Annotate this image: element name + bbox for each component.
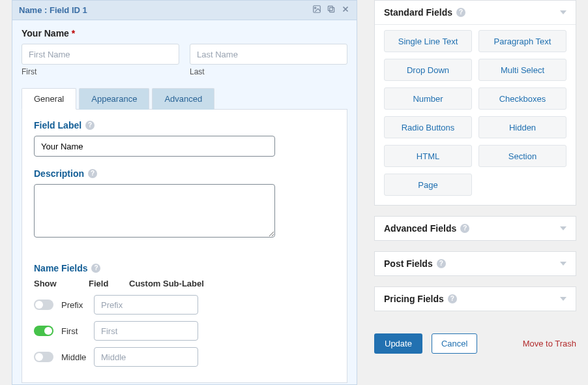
preview-label: Your Name * bbox=[22, 28, 347, 38]
field-block: Name : Field ID 1 Your Name * bbox=[12, 0, 357, 385]
field-label-title: Field Label ? bbox=[34, 120, 335, 131]
subfield-row: Prefix bbox=[34, 295, 335, 315]
sublabel-input[interactable] bbox=[94, 295, 198, 315]
tab-general[interactable]: General bbox=[22, 88, 76, 110]
chevron-down-icon[interactable] bbox=[560, 10, 566, 14]
help-icon[interactable]: ? bbox=[91, 264, 100, 273]
subfield-row: Middle bbox=[34, 347, 335, 367]
field-type-button[interactable]: Hidden bbox=[478, 116, 566, 138]
panel-title: Post Fields bbox=[384, 258, 433, 269]
last-sublabel: Last bbox=[190, 67, 347, 76]
help-icon[interactable]: ? bbox=[460, 224, 469, 233]
field-type-button[interactable]: Checkboxes bbox=[478, 87, 566, 110]
panel-head-post[interactable]: Post Fields ? bbox=[375, 252, 576, 275]
panel-title: Standard Fields bbox=[384, 7, 452, 18]
panel-pricing-fields: Pricing Fields ? bbox=[374, 286, 576, 311]
field-type-button[interactable]: Drop Down bbox=[384, 59, 472, 81]
field-label-input[interactable] bbox=[34, 136, 275, 157]
subfield-name: First bbox=[61, 326, 94, 336]
panel-head-pricing[interactable]: Pricing Fields ? bbox=[375, 287, 576, 311]
help-icon[interactable]: ? bbox=[437, 259, 446, 268]
svg-rect-2 bbox=[330, 8, 334, 12]
panel-post-fields: Post Fields ? bbox=[374, 251, 576, 276]
subfield-name: Middle bbox=[61, 352, 94, 362]
subfield-name: Prefix bbox=[61, 300, 94, 310]
svg-rect-3 bbox=[328, 6, 332, 10]
update-button[interactable]: Update bbox=[374, 333, 422, 354]
last-name-input[interactable] bbox=[190, 44, 347, 65]
preview-label-text: Your Name bbox=[22, 28, 69, 38]
field-type-button[interactable]: Radio Buttons bbox=[384, 116, 472, 138]
help-icon[interactable]: ? bbox=[456, 8, 465, 17]
field-type-button[interactable]: Paragraph Text bbox=[478, 30, 566, 52]
help-icon[interactable]: ? bbox=[448, 294, 457, 303]
subfields-header: Show Field Custom Sub-Label bbox=[34, 279, 335, 288]
subfield-row: First bbox=[34, 321, 335, 341]
tab-appearance[interactable]: Appearance bbox=[79, 88, 149, 110]
chevron-down-icon[interactable] bbox=[560, 262, 566, 266]
field-type-button[interactable]: Page bbox=[384, 174, 472, 196]
panel-advanced-fields: Advanced Fields ? bbox=[374, 216, 576, 241]
panel-head-advanced[interactable]: Advanced Fields ? bbox=[375, 217, 576, 240]
help-icon[interactable]: ? bbox=[85, 121, 95, 130]
show-toggle[interactable] bbox=[34, 326, 53, 336]
first-name-input[interactable] bbox=[22, 44, 179, 65]
cancel-button[interactable]: Cancel bbox=[432, 333, 477, 354]
field-header-title: Name : Field ID 1 bbox=[19, 5, 87, 15]
required-star: * bbox=[72, 28, 75, 38]
tab-advanced[interactable]: Advanced bbox=[152, 88, 214, 110]
sublabel-input[interactable] bbox=[94, 347, 198, 367]
field-type-button[interactable]: Number bbox=[384, 87, 472, 110]
show-toggle[interactable] bbox=[34, 352, 53, 362]
first-sublabel: First bbox=[22, 67, 179, 76]
field-type-button[interactable]: Multi Select bbox=[478, 59, 566, 81]
field-header: Name : Field ID 1 bbox=[12, 1, 357, 20]
svg-point-1 bbox=[315, 7, 316, 8]
image-icon[interactable] bbox=[312, 5, 321, 16]
svg-rect-0 bbox=[314, 6, 321, 13]
chevron-down-icon[interactable] bbox=[560, 226, 566, 230]
tab-panel-general: Field Label ? Description ? Name Fields … bbox=[22, 109, 347, 383]
show-toggle[interactable] bbox=[34, 300, 53, 310]
sublabel-input[interactable] bbox=[94, 321, 198, 341]
move-to-trash-link[interactable]: Move to Trash bbox=[523, 339, 576, 348]
description-title: Description ? bbox=[34, 168, 335, 179]
duplicate-icon[interactable] bbox=[327, 5, 336, 16]
panel-head-standard[interactable]: Standard Fields ? bbox=[375, 1, 576, 24]
panel-title: Advanced Fields bbox=[384, 223, 456, 234]
chevron-down-icon[interactable] bbox=[560, 297, 566, 301]
close-icon[interactable] bbox=[341, 5, 350, 16]
description-textarea[interactable] bbox=[34, 184, 275, 238]
panel-title: Pricing Fields bbox=[384, 294, 444, 304]
help-icon[interactable]: ? bbox=[88, 169, 97, 178]
field-type-button[interactable]: HTML bbox=[384, 145, 472, 167]
panel-standard-fields: Standard Fields ? Single Line TextParagr… bbox=[374, 0, 576, 206]
name-fields-title: Name Fields ? bbox=[34, 263, 335, 273]
field-type-button[interactable]: Single Line Text bbox=[384, 30, 472, 52]
field-type-button[interactable]: Section bbox=[478, 145, 566, 167]
